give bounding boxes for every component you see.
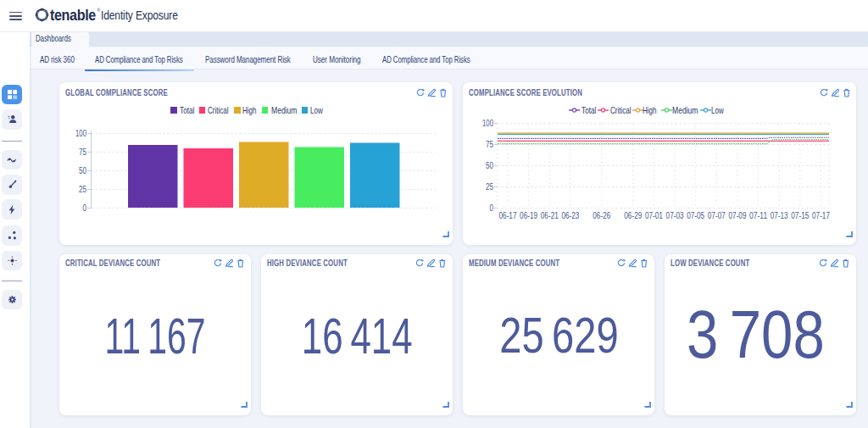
svg-text:0: 0: [83, 203, 87, 213]
svg-text:07-07: 07-07: [708, 211, 726, 220]
svg-text:50: 50: [486, 160, 493, 170]
svg-text:100: 100: [482, 118, 493, 128]
svg-text:0: 0: [490, 203, 494, 213]
svg-text:07-05: 07-05: [687, 211, 704, 220]
svg-text:50: 50: [79, 165, 86, 175]
svg-text:06-29: 06-29: [624, 211, 642, 220]
svg-text:07-11: 07-11: [749, 211, 767, 220]
svg-text:25: 25: [486, 181, 493, 192]
svg-text:75: 75: [79, 147, 86, 157]
svg-text:75: 75: [486, 139, 493, 149]
svg-text:06-19: 06-19: [520, 211, 537, 220]
svg-text:06-17: 06-17: [499, 211, 517, 220]
svg-text:06-26: 06-26: [593, 211, 610, 220]
svg-text:06-21: 06-21: [541, 211, 559, 220]
svg-text:100: 100: [75, 128, 86, 138]
svg-text:07-09: 07-09: [729, 211, 747, 220]
svg-text:07-01: 07-01: [645, 211, 663, 220]
svg-text:07-03: 07-03: [666, 211, 684, 220]
svg-text:07-17: 07-17: [812, 211, 830, 220]
svg-text:07-15: 07-15: [791, 211, 809, 220]
svg-text:07-13: 07-13: [771, 211, 788, 220]
svg-text:06-23: 06-23: [561, 211, 579, 220]
svg-text:25: 25: [79, 184, 86, 194]
